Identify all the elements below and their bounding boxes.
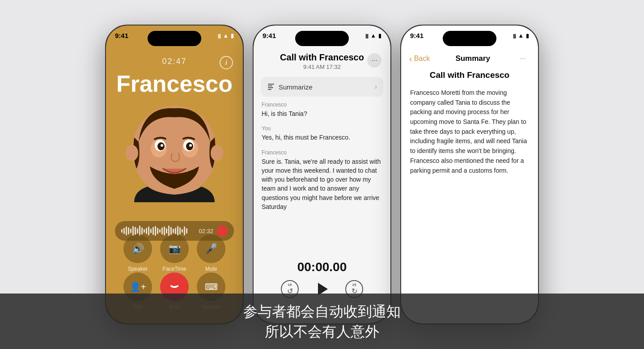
- speaker-button-wrap[interactable]: 🔊 Speaker: [123, 234, 152, 272]
- wifi-icon: ▲: [223, 32, 229, 39]
- text-1: Hi, is this Tania?: [262, 109, 382, 118]
- summarize-icon: [267, 83, 275, 91]
- svg-point-7: [161, 144, 163, 147]
- subtitle-line-1: 参与者都会自动收到通知: [0, 302, 644, 322]
- skip-back-icon: 15: [288, 283, 292, 287]
- wifi-icon-3: ▲: [518, 32, 524, 39]
- speaker-2: You: [262, 125, 382, 132]
- summarize-button[interactable]: Summarize ›: [261, 77, 383, 97]
- speaker-3: Francesco: [262, 149, 382, 156]
- playback-timestamp: 00:00.00: [254, 260, 390, 274]
- signal-icon-3: |||: [513, 33, 516, 38]
- facetime-button[interactable]: 📷: [160, 234, 189, 263]
- memoji-avatar: [121, 97, 228, 204]
- svg-point-8: [189, 144, 192, 147]
- summary-body: Francesco Moretti from the moving compan…: [410, 88, 529, 175]
- transcript-msg-2: You Yes, hi, this must be Francesco.: [262, 125, 382, 142]
- mute-button-wrap[interactable]: 🎤 Mute: [197, 234, 225, 272]
- subtitle-bar: 参与者都会自动收到通知 所以不会有人意外: [0, 294, 644, 349]
- summary-title: Call with Francesco: [401, 70, 538, 80]
- battery-icon: ▮: [231, 33, 234, 39]
- mute-button[interactable]: 🎤: [197, 234, 225, 263]
- more-button-3[interactable]: ···: [516, 51, 530, 66]
- status-icons-3: ||| ▲ ▮: [513, 32, 529, 39]
- transcript-msg-3: Francesco Sure is. Tania, we're all read…: [262, 149, 382, 212]
- chevron-left-icon: ‹: [409, 54, 412, 64]
- svg-point-9: [126, 145, 138, 161]
- subtitle-line-2: 所以不会有人意外: [0, 322, 644, 342]
- info-button[interactable]: i: [220, 56, 233, 69]
- facetime-button-wrap[interactable]: 📷 FaceTime: [160, 234, 189, 272]
- status-icons-2: ||| ▲ ▮: [365, 32, 381, 39]
- speaker-button[interactable]: 🔊: [123, 234, 152, 263]
- svg-rect-13: [268, 87, 273, 88]
- dynamic-island-2: [295, 31, 349, 46]
- caller-name: Francesco: [106, 70, 243, 97]
- speaker-label: Speaker: [128, 266, 148, 272]
- transcript-msg-1: Francesco Hi, is this Tania?: [262, 102, 382, 118]
- svg-rect-12: [268, 85, 272, 86]
- summarize-left: Summarize: [267, 83, 313, 91]
- summarize-label: Summarize: [279, 83, 313, 91]
- rec-time: 02:32: [199, 228, 213, 234]
- svg-point-10: [211, 145, 223, 161]
- svg-rect-11: [268, 84, 274, 85]
- phone-transcript: 9:41 ||| ▲ ▮ Call with Francesco 9:41 AM…: [253, 25, 391, 324]
- text-2: Yes, hi, this must be Francesco.: [262, 133, 382, 142]
- phone-active-call: 9:41 ||| ▲ ▮ 02:47 i Francesco: [105, 25, 244, 324]
- signal-icon-2: |||: [365, 33, 368, 38]
- more-button-2[interactable]: ···: [367, 53, 381, 68]
- wifi-icon-2: ▲: [370, 32, 376, 39]
- dynamic-island-3: [443, 31, 496, 46]
- back-button[interactable]: ‹ Back: [409, 54, 430, 64]
- call-buttons-row: 🔊 Speaker 📷 FaceTime 🎤 Mute: [106, 234, 243, 272]
- battery-icon-3: ▮: [526, 33, 529, 39]
- status-icons-1: ||| ▲ ▮: [218, 32, 234, 39]
- speaker-1: Francesco: [262, 102, 382, 108]
- chevron-right-icon: ›: [375, 83, 377, 91]
- dynamic-island-1: [148, 31, 201, 46]
- mute-label: Mute: [205, 266, 217, 272]
- back-label: Back: [414, 55, 430, 63]
- signal-icon: |||: [218, 33, 220, 38]
- summary-nav-title: Summary: [455, 54, 490, 63]
- status-time-1: 9:41: [115, 32, 128, 39]
- svg-rect-14: [268, 89, 271, 90]
- skip-forward-icon: 15: [352, 283, 356, 287]
- status-time-2: 9:41: [263, 32, 276, 39]
- text-3: Sure is. Tania, we're all ready to assis…: [262, 157, 382, 212]
- battery-icon-2: ▮: [378, 33, 381, 39]
- phone-summary: 9:41 ||| ▲ ▮ ‹ Back Summary ··· Call wit…: [400, 25, 539, 324]
- status-time-3: 9:41: [410, 32, 424, 39]
- facetime-label: FaceTime: [163, 266, 186, 272]
- summary-nav: ‹ Back Summary ···: [401, 51, 538, 66]
